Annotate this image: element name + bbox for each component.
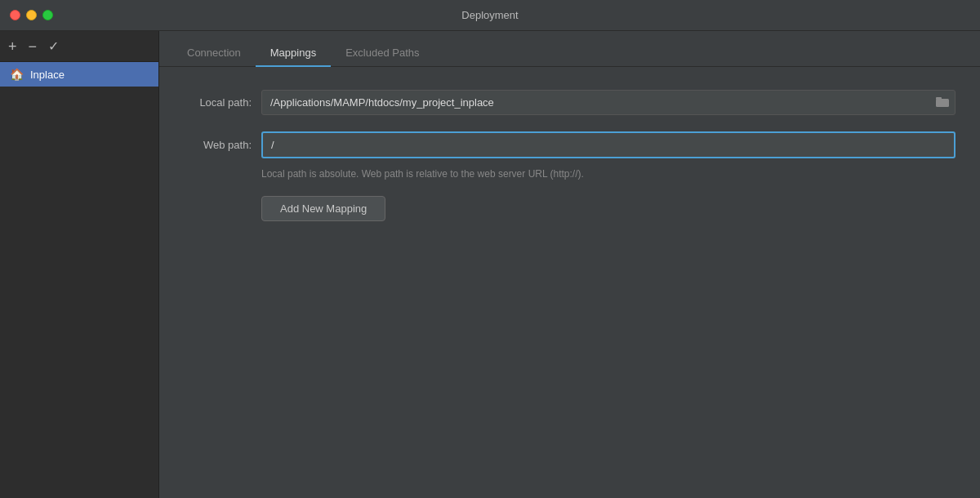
confirm-button[interactable]: ✓ [48, 40, 59, 53]
tab-connection[interactable]: Connection [172, 40, 256, 67]
svg-rect-1 [936, 97, 942, 100]
close-button[interactable] [10, 10, 20, 20]
add-server-button[interactable]: + [8, 39, 17, 54]
sidebar-item-label: Inplace [30, 69, 65, 81]
hint-text: Local path is absolute. Web path is rela… [184, 168, 956, 180]
tab-excluded-paths[interactable]: Excluded Paths [331, 40, 434, 67]
main-layout: + − ✓ 🏠 Inplace Connection Mappings Excl… [0, 31, 980, 498]
sidebar-item-inplace[interactable]: 🏠 Inplace [0, 62, 158, 87]
web-path-input-wrapper [261, 131, 956, 158]
remove-server-button[interactable]: − [29, 39, 38, 54]
local-path-input[interactable] [261, 90, 956, 115]
house-icon: 🏠 [10, 68, 24, 81]
sidebar-toolbar: + − ✓ [0, 31, 158, 62]
minimize-button[interactable] [26, 10, 37, 20]
form-area: Local path: Web path: [159, 67, 980, 244]
content-area: Connection Mappings Excluded Paths Local… [159, 31, 980, 498]
web-path-input[interactable] [261, 131, 956, 158]
local-path-row: Local path: [184, 90, 956, 115]
tabs-bar: Connection Mappings Excluded Paths [159, 31, 980, 67]
window-controls[interactable] [10, 10, 53, 20]
web-path-label: Web path: [184, 139, 261, 151]
window-title: Deployment [461, 9, 518, 21]
add-new-mapping-button[interactable]: Add New Mapping [261, 196, 385, 221]
tab-mappings[interactable]: Mappings [256, 40, 331, 67]
svg-rect-0 [936, 99, 949, 107]
local-path-label: Local path: [184, 96, 261, 109]
maximize-button[interactable] [42, 10, 53, 20]
web-path-row: Web path: [184, 131, 956, 158]
browse-folder-button[interactable] [934, 94, 951, 111]
title-bar: Deployment [0, 0, 980, 31]
local-path-input-wrapper [261, 90, 956, 115]
sidebar: + − ✓ 🏠 Inplace [0, 31, 159, 498]
